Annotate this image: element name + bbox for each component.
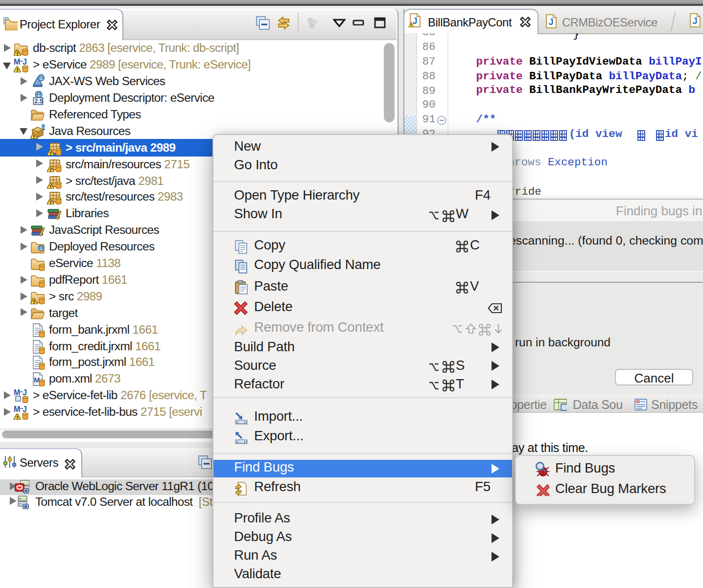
svg-text:J: J (548, 17, 553, 26)
svg-text:J: J (693, 16, 698, 26)
svg-text:M: M (14, 405, 20, 413)
svg-text:J: J (23, 389, 27, 397)
svg-text:J: J (413, 16, 418, 25)
svg-text:J: J (23, 405, 27, 413)
svg-text:M: M (34, 376, 40, 384)
svg-text:M: M (14, 389, 20, 397)
svg-text:M: M (14, 58, 20, 67)
svg-text:2.5: 2.5 (34, 98, 43, 105)
svg-text:J: J (23, 58, 27, 67)
